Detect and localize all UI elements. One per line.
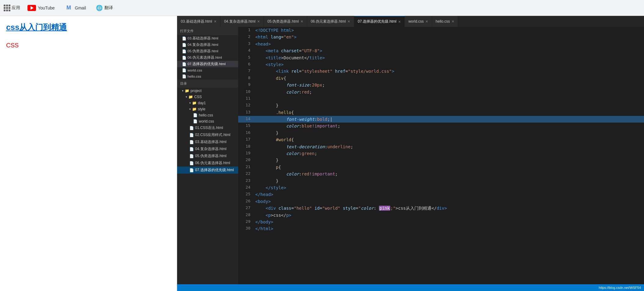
line-content: <html lang="en"> bbox=[255, 34, 643, 40]
code-token: !important bbox=[309, 171, 335, 176]
translate-button[interactable]: 🌐 翻译 bbox=[93, 3, 115, 13]
code-token: < bbox=[255, 213, 268, 218]
line-content: } bbox=[255, 102, 643, 109]
line-content: text-decoration:underline; bbox=[255, 143, 643, 150]
line-content: .hello{ bbox=[255, 109, 643, 116]
file-icon: 📄 bbox=[182, 68, 186, 72]
line-number: 8 bbox=[239, 75, 250, 81]
tab-close-icon[interactable]: × bbox=[300, 19, 303, 24]
line-number: 23 bbox=[239, 178, 250, 184]
file-item[interactable]: 📄07.选择器的优先级.html bbox=[177, 167, 238, 174]
code-line: 3<head> bbox=[238, 41, 644, 47]
file-item[interactable]: 📄03.基础选择器.html bbox=[177, 138, 238, 146]
tab-close-icon[interactable]: × bbox=[257, 19, 260, 24]
tab-close-icon[interactable]: × bbox=[398, 20, 401, 24]
translate-icon: 🌐 bbox=[96, 5, 103, 11]
tab-tab3[interactable]: 05.伪类选择器.html× bbox=[264, 16, 307, 27]
tab-close-icon[interactable]: × bbox=[452, 19, 454, 24]
folder-arrow-icon: ▾ bbox=[189, 108, 191, 111]
file-icon: 📄 bbox=[182, 36, 186, 41]
line-number: 16 bbox=[239, 130, 250, 136]
line-content: p{ bbox=[255, 164, 643, 171]
line-number: 2 bbox=[239, 34, 250, 40]
open-file-item[interactable]: 📄05.伪类选择器.html bbox=[177, 48, 238, 54]
code-line: 15 color:blue!important; bbox=[238, 123, 644, 129]
youtube-button[interactable]: YouTube bbox=[25, 4, 57, 12]
file-icon: 📄 bbox=[182, 49, 186, 53]
file-item[interactable]: 📄04.复杂选择器.html bbox=[177, 146, 238, 153]
preview-css-text: CSS bbox=[6, 42, 171, 49]
tab-tab6[interactable]: world.css× bbox=[405, 16, 432, 27]
tab-tab2[interactable]: 04.复杂选择器.html× bbox=[220, 16, 264, 27]
preview-title[interactable]: css从入门到精通 bbox=[6, 22, 171, 33]
tab-close-icon[interactable]: × bbox=[214, 19, 216, 24]
code-token: { bbox=[284, 76, 286, 81]
youtube-play-icon bbox=[31, 6, 34, 10]
code-token: div bbox=[437, 206, 444, 211]
code-token: red bbox=[302, 90, 309, 94]
file-item[interactable]: 📄world.css bbox=[177, 118, 238, 124]
code-token: > bbox=[268, 42, 271, 46]
code-line: 20 } bbox=[238, 157, 644, 164]
code-line: 7 <link rel="stylesheet" href="style/wor… bbox=[238, 68, 644, 75]
open-file-item[interactable]: 📄03.基础选择器.html bbox=[177, 35, 238, 42]
folder-item[interactable]: ▾📁day1 bbox=[177, 100, 238, 106]
line-content: color:red; bbox=[255, 89, 643, 95]
file-item[interactable]: 📄hello.css bbox=[177, 112, 238, 118]
file-item[interactable]: 📄06.伪元素选择器.html bbox=[177, 160, 238, 167]
code-token: > bbox=[392, 69, 394, 74]
code-editor[interactable]: 1<!DOCTYPE html>2<html lang="en">3<head>… bbox=[238, 27, 644, 284]
line-number: 6 bbox=[239, 61, 250, 68]
file-icon: 📄 bbox=[193, 119, 198, 123]
code-token: pink bbox=[379, 206, 391, 211]
tab-tab1[interactable]: 03.基础选择器.html× bbox=[177, 16, 220, 27]
file-icon: 📄 bbox=[182, 62, 186, 66]
open-file-item[interactable]: 📄world.css bbox=[177, 67, 238, 73]
code-token: ; bbox=[351, 144, 353, 149]
folder-label: project bbox=[191, 89, 202, 93]
line-content: } bbox=[255, 130, 643, 136]
open-file-item[interactable]: 📄07.选择器的优先级.html bbox=[177, 61, 238, 67]
code-line: 2<html lang="en"> bbox=[238, 34, 644, 40]
main-layout: css从入门到精通 CSS 03.基础选择器.html×04.复杂选择器.htm… bbox=[0, 16, 644, 291]
tab-label: 04.复杂选择器.html bbox=[224, 19, 256, 24]
file-label: 07.选择器的优先级.html bbox=[187, 62, 226, 66]
open-file-item[interactable]: 📄hello.css bbox=[177, 73, 238, 79]
file-label: 05.伪类选择器.html bbox=[195, 153, 227, 159]
gmail-label: Gmail bbox=[75, 6, 86, 10]
folder-item[interactable]: ▾📁CSS bbox=[177, 94, 238, 100]
tab-label: world.css bbox=[408, 19, 424, 24]
code-token: < bbox=[255, 69, 278, 74]
folder-item[interactable]: ▾📁project bbox=[177, 88, 238, 94]
line-number: 26 bbox=[239, 198, 250, 204]
file-item[interactable]: 📄02.CSS应用样式.html bbox=[177, 131, 238, 138]
line-number: 25 bbox=[239, 191, 250, 197]
tab-close-icon[interactable]: × bbox=[425, 19, 428, 24]
line-number: 30 bbox=[239, 225, 250, 232]
code-token: div bbox=[268, 206, 276, 211]
file-label: 01.CSS语法.html bbox=[195, 125, 223, 131]
status-url: https://blog.csdn.net/WSF54 bbox=[599, 286, 641, 289]
line-number: 27 bbox=[239, 205, 250, 211]
open-file-item[interactable]: 📄04.复杂选择器.html bbox=[177, 42, 238, 48]
file-icon: 📄 bbox=[189, 168, 194, 172]
code-token: "style/world.css" bbox=[348, 69, 392, 74]
folder-item[interactable]: ▾📁style bbox=[177, 106, 238, 112]
preview-panel: css从入门到精通 CSS bbox=[0, 16, 177, 291]
file-item[interactable]: 📄05.伪类选择器.html bbox=[177, 153, 238, 160]
code-line: 6 <style> bbox=[238, 61, 644, 68]
tab-tab4[interactable]: 06.伪元素选择器.html× bbox=[307, 16, 354, 27]
code-line: 12 } bbox=[238, 102, 644, 109]
line-number: 24 bbox=[239, 184, 250, 191]
open-file-item[interactable]: 📄06.伪元素选择器.html bbox=[177, 54, 238, 61]
gmail-button[interactable]: M Gmail bbox=[62, 4, 89, 12]
apps-button[interactable]: 应用 bbox=[4, 5, 20, 11]
tab-label: 06.伪元素选择器.html bbox=[311, 19, 346, 24]
tab-tab7[interactable]: hello.css× bbox=[432, 16, 458, 27]
file-item[interactable]: 📄01.CSS语法.html bbox=[177, 124, 238, 131]
tab-close-icon[interactable]: × bbox=[347, 19, 350, 24]
code-token: > bbox=[268, 199, 271, 204]
tab-tab5[interactable]: 07.选择器的优先级.html× bbox=[354, 16, 405, 27]
code-token: text-decoration bbox=[286, 144, 325, 149]
code-token: : bbox=[299, 171, 301, 176]
